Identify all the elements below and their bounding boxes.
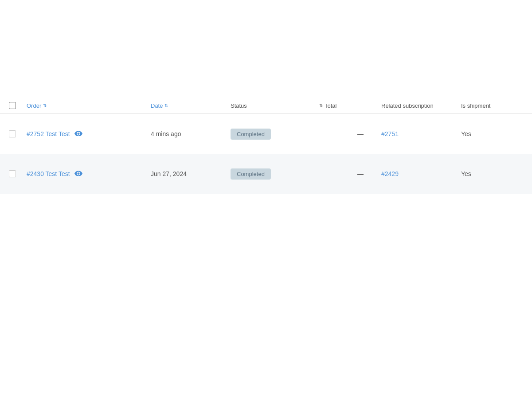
- row-2-status-badge: Completed: [231, 168, 271, 180]
- row-1-subscription-cell: #2751: [364, 130, 452, 137]
- page-container: Order ⇅ Date ⇅ Status ⇅ Total Related su…: [0, 0, 532, 399]
- row-1-status-cell: Completed: [231, 129, 319, 140]
- row-1-order-link[interactable]: #2752 Test Test: [27, 130, 70, 137]
- row-2-subscription-cell: #2429: [364, 170, 452, 177]
- date-header-label: Date: [151, 102, 163, 109]
- total-column-header[interactable]: ⇅ Total: [319, 102, 364, 109]
- table-row: #2752 Test Test 4 mins ago Completed —: [0, 118, 532, 149]
- row-2-shipment-cell: Yes: [452, 170, 523, 177]
- orders-table: Order ⇅ Date ⇅ Status ⇅ Total Related su…: [0, 98, 532, 194]
- row-2-total: —: [357, 170, 364, 177]
- row-2-order-cell: #2430 Test Test: [27, 170, 151, 178]
- date-sort-icon: ⇅: [164, 103, 168, 108]
- row-2-order-link[interactable]: #2430 Test Test: [27, 170, 70, 177]
- top-space: [0, 0, 532, 98]
- row-2-view-icon[interactable]: [74, 170, 82, 178]
- row-2-total-cell: —: [319, 170, 364, 177]
- order-column-header[interactable]: Order ⇅: [27, 102, 151, 109]
- total-header-label: Total: [325, 102, 336, 109]
- order-header-label: Order: [27, 102, 41, 109]
- select-all-cell[interactable]: [9, 102, 27, 109]
- row-1-date-cell: 4 mins ago: [151, 130, 231, 137]
- row-1-order-cell: #2752 Test Test: [27, 130, 151, 138]
- row-1-checkbox[interactable]: [9, 130, 16, 137]
- table-row-wrapper-1: #2752 Test Test 4 mins ago Completed —: [0, 114, 532, 154]
- date-column-header[interactable]: Date ⇅: [151, 102, 231, 109]
- table-row: #2430 Test Test Jun 27, 2024 Completed —: [0, 158, 532, 189]
- row-1-total-cell: —: [319, 130, 364, 137]
- subscription-column-header: Related subscription: [364, 102, 452, 109]
- status-header-label: Status: [231, 102, 247, 109]
- total-sort-icon: ⇅: [319, 103, 323, 108]
- row-2-status-cell: Completed: [231, 168, 319, 180]
- row-1-shipment-cell: Yes: [452, 130, 523, 137]
- table-row-wrapper-2: #2430 Test Test Jun 27, 2024 Completed —: [0, 154, 532, 194]
- row-2-subscription-link[interactable]: #2429: [381, 170, 399, 177]
- row-1-view-icon[interactable]: [74, 130, 82, 138]
- order-sort-icon: ⇅: [43, 103, 47, 108]
- subscription-header-label: Related subscription: [381, 102, 434, 109]
- shipment-column-header: Is shipment: [452, 102, 523, 109]
- table-header: Order ⇅ Date ⇅ Status ⇅ Total Related su…: [0, 98, 532, 114]
- row-2-shipment-value: Yes: [461, 170, 471, 177]
- shipment-header-label: Is shipment: [461, 102, 490, 109]
- row-2-date-cell: Jun 27, 2024: [151, 170, 231, 177]
- row-1-date: 4 mins ago: [151, 130, 181, 137]
- row-1-total: —: [357, 130, 364, 137]
- row-2-checkbox[interactable]: [9, 170, 16, 177]
- row-1-status-badge: Completed: [231, 129, 271, 140]
- select-all-checkbox[interactable]: [9, 102, 16, 109]
- row-1-shipment-value: Yes: [461, 130, 471, 137]
- row-2-check-cell[interactable]: [9, 170, 27, 177]
- row-2-date: Jun 27, 2024: [151, 170, 187, 177]
- status-column-header: Status: [231, 102, 319, 109]
- row-1-check-cell[interactable]: [9, 130, 27, 137]
- row-1-subscription-link[interactable]: #2751: [381, 130, 399, 137]
